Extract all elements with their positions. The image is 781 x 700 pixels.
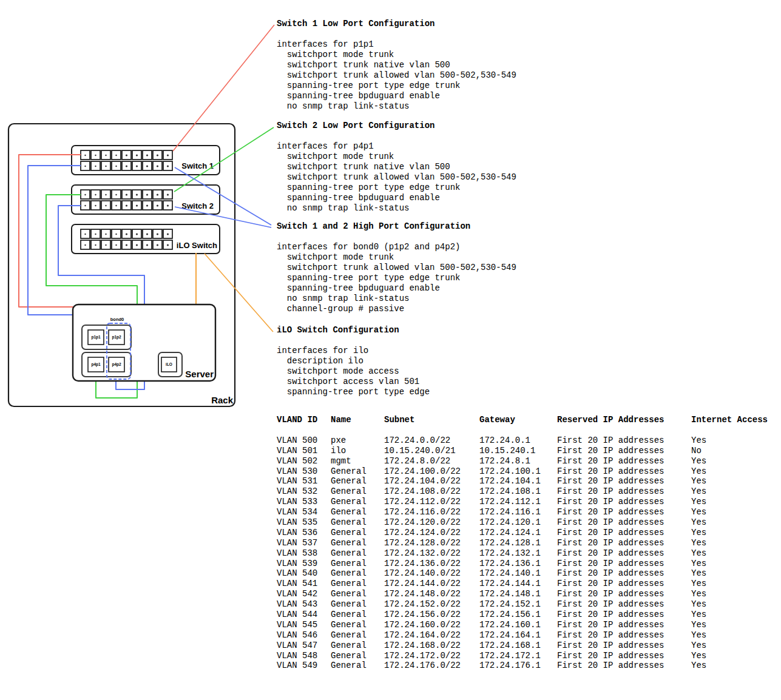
vlan-cell: General	[331, 610, 367, 620]
vlan-cell: 172.24.104.1	[479, 476, 541, 486]
vlan-cell: First 20 IP addresses	[557, 497, 664, 507]
vlan-cell: First 20 IP addresses	[557, 610, 664, 620]
port-pin-dot	[126, 165, 127, 167]
vlan-table-row: VLAN 534General172.24.116.0/22172.24.116…	[277, 507, 780, 517]
vlan-cell: 172.24.100.0/22	[384, 466, 461, 477]
port-pin-dot	[136, 204, 138, 206]
vlan-cell: First 20 IP addresses	[557, 507, 664, 517]
vlan-table-row: VLAN 544General172.24.156.0/22172.24.156…	[277, 610, 780, 620]
server-label: Server	[185, 369, 214, 379]
vlan-cell: 172.24.128.1	[479, 538, 541, 548]
vlan-table-row: VLAN 536General172.24.124.0/22172.24.124…	[277, 528, 780, 538]
port-pin-dot	[126, 244, 127, 246]
port-pin-dot	[115, 194, 117, 195]
port-pin-dot	[84, 244, 86, 246]
config-lines: interfaces for p1p1 switchport mode trun…	[277, 39, 617, 112]
col-header-vlan-id: VLAND ID	[277, 415, 317, 425]
vlan-cell: Yes	[691, 630, 706, 641]
vlan-table-row: VLAN 535General172.24.120.0/22172.24.120…	[277, 517, 780, 528]
port-pin-dot	[95, 244, 96, 246]
vlan-cell: First 20 IP addresses	[557, 630, 664, 641]
config-title: iLO Switch Configuration	[277, 325, 617, 335]
vlan-cell: VLAN 543	[277, 599, 317, 610]
vlan-cell: Yes	[691, 528, 706, 538]
vlan-cell: 172.24.148.0/22	[384, 589, 461, 599]
vlan-cell: 172.24.156.1	[479, 610, 541, 620]
vlan-cell: 10.15.240.0/21	[384, 446, 456, 456]
port-pin-dot	[105, 234, 106, 235]
vlan-cell: VLAN 539	[277, 559, 317, 569]
vlan-table-row: VLAN 548General172.24.172.0/22172.24.172…	[277, 651, 780, 661]
port-pin-dot	[146, 233, 148, 235]
vlan-table-row: VLAN 538General172.24.132.0/22172.24.132…	[277, 548, 780, 559]
vlan-cell: VLAN 547	[277, 641, 317, 651]
vlan-cell: VLAN 548	[277, 651, 317, 661]
port-p4p2-label: p4p2	[112, 362, 121, 367]
port-pin-dot	[167, 194, 169, 195]
port-pin-dot	[115, 234, 117, 235]
vlan-cell: Yes	[691, 507, 706, 517]
port-pin-dot	[126, 233, 127, 235]
port-pin-dot	[136, 194, 138, 195]
vlan-cell: 172.24.108.1	[479, 486, 541, 497]
vlan-cell: 172.24.168.1	[479, 641, 541, 651]
vlan-cell: General	[331, 568, 367, 579]
vlan-cell: 172.24.0.0/22	[384, 436, 450, 446]
rack-label: Rack	[211, 395, 234, 405]
vlan-table-row: VLAN 539General172.24.136.0/22172.24.136…	[277, 559, 780, 569]
vlan-cell: General	[331, 528, 367, 538]
config-block-switch1-low: Switch 1 Low Port Configuration interfac…	[277, 19, 617, 112]
vlan-cell: VLAN 500	[277, 436, 317, 446]
vlan-cell: VLAN 540	[277, 568, 317, 579]
vlan-cell: pxe	[331, 436, 346, 446]
port-pin-dot	[84, 166, 86, 167]
vlan-cell: VLAN 533	[277, 497, 317, 507]
vlan-cell: VLAN 502	[277, 456, 317, 466]
config-block-switch2-low: Switch 2 Low Port Configuration interfac…	[277, 121, 617, 214]
port-pin-dot	[84, 234, 86, 235]
vlan-table-row: VLAN 546General172.24.164.0/22172.24.164…	[277, 630, 780, 641]
port-pin-dot	[105, 205, 106, 206]
vlan-cell: VLAN 530	[277, 466, 317, 477]
vlan-cell: First 20 IP addresses	[557, 559, 664, 569]
vlan-cell: Yes	[691, 579, 706, 589]
port-pin-dot	[146, 204, 148, 206]
vlan-cell: 172.24.160.1	[479, 620, 541, 630]
vlan-cell: General	[331, 589, 367, 599]
vlan-cell: 172.24.124.1	[479, 528, 541, 538]
vlan-cell: Yes	[691, 651, 706, 661]
port-pin-dot	[157, 244, 158, 246]
vlan-cell: 172.24.100.1	[479, 466, 541, 477]
vlan-cell: General	[331, 507, 367, 517]
config-lines: interfaces for p4p1 switchport mode trun…	[277, 141, 617, 214]
vlan-cell: Yes	[691, 538, 706, 548]
port-pin-dot	[95, 234, 96, 235]
vlan-cell: 172.24.172.0/22	[384, 651, 461, 661]
vlan-cell: Yes	[691, 497, 706, 507]
config-block-high-port: Switch 1 and 2 High Port Configuration i…	[277, 221, 617, 314]
vlan-cell: VLAN 545	[277, 620, 317, 630]
vlan-table-row: VLAN 540General172.24.140.0/22172.24.140…	[277, 568, 780, 579]
vlan-cell: Yes	[691, 568, 706, 579]
vlan-cell: Yes	[691, 548, 706, 559]
vlan-cell: First 20 IP addresses	[557, 538, 664, 548]
port-pin-dot	[84, 194, 86, 195]
vlan-cell: Yes	[691, 456, 706, 466]
vlan-cell: General	[331, 630, 367, 641]
vlan-cell: First 20 IP addresses	[557, 446, 664, 456]
port-pin-dot	[126, 204, 127, 206]
vlan-cell: 172.24.140.1	[479, 568, 541, 579]
config-title: Switch 1 Low Port Configuration	[277, 19, 617, 29]
vlan-cell: General	[331, 517, 367, 528]
vlan-cell: 172.24.136.1	[479, 559, 541, 569]
vlan-cell: General	[331, 497, 367, 507]
vlan-cell: General	[331, 538, 367, 548]
vlan-cell: General	[331, 620, 367, 630]
port-pin-dot	[105, 194, 106, 195]
vlan-cell: 172.24.148.1	[479, 589, 541, 599]
vlan-cell: First 20 IP addresses	[557, 528, 664, 538]
port-pin-dot	[105, 244, 106, 246]
vlan-cell: First 20 IP addresses	[557, 641, 664, 651]
port-pin-dot	[136, 233, 138, 235]
col-header-reserved-ip: Reserved IP Addresses	[557, 415, 664, 425]
